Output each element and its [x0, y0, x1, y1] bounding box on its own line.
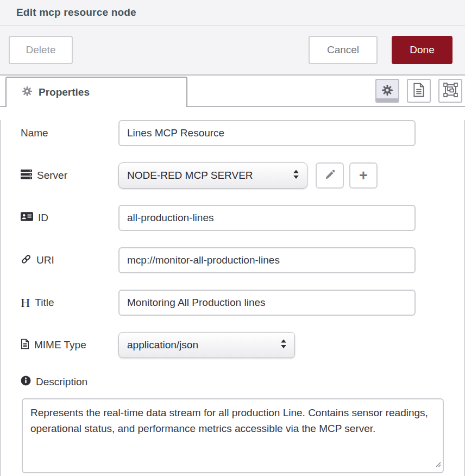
name-row: Name — [21, 120, 464, 146]
heading-icon: H — [21, 296, 30, 309]
title-row: H Title — [21, 290, 464, 316]
select-arrows-icon — [280, 339, 287, 352]
server-select[interactable]: NODE-RED MCP SERVER — [118, 162, 307, 189]
mime-type-label-group: MIME Type — [21, 339, 118, 352]
gear-icon — [381, 84, 393, 98]
cancel-button[interactable]: Cancel — [309, 36, 378, 64]
description-field-wrap: Represents the real-time data stream for… — [22, 398, 444, 473]
properties-form: Name Server NODE-RED — [0, 120, 465, 476]
object-group-icon — [443, 83, 458, 99]
add-server-button[interactable]: + — [349, 162, 378, 189]
id-card-icon — [21, 212, 33, 224]
info-icon — [21, 375, 31, 389]
name-label: Name — [21, 127, 48, 139]
server-select-value: NODE-RED MCP SERVER — [127, 170, 253, 181]
server-label-group: Server — [21, 170, 118, 182]
dialog-button-bar: Delete Cancel Done — [0, 26, 465, 76]
server-label: Server — [37, 170, 67, 181]
tab-icon-buttons — [375, 79, 462, 103]
edit-node-dialog: Edit mcp resource node Delete Cancel Don… — [0, 0, 465, 476]
uri-label: URI — [36, 254, 54, 266]
name-label-group: Name — [21, 127, 118, 139]
title-input[interactable] — [118, 290, 416, 316]
title-label: Title — [35, 297, 54, 309]
uri-label-group: URI — [21, 254, 118, 267]
uri-row: URI — [21, 247, 464, 273]
id-input[interactable] — [118, 205, 416, 231]
server-row: Server NODE-RED MCP SERVER — [21, 162, 464, 189]
done-button[interactable]: Done — [392, 36, 453, 64]
document-icon — [413, 83, 425, 99]
tab-button-properties[interactable] — [375, 79, 399, 103]
link-icon — [21, 254, 32, 267]
mime-type-row: MIME Type application/json — [21, 332, 464, 358]
mime-type-select[interactable]: application/json — [118, 332, 295, 358]
description-label: Description — [36, 376, 87, 388]
plus-icon: + — [359, 168, 368, 183]
mime-type-select-value: application/json — [127, 339, 198, 351]
id-row: ID — [21, 205, 464, 231]
title-label-group: H Title — [21, 296, 118, 309]
id-label-group: ID — [21, 212, 118, 224]
description-textarea[interactable]: Represents the real-time data stream for… — [22, 398, 444, 473]
delete-button[interactable]: Delete — [9, 36, 73, 64]
mime-type-label: MIME Type — [34, 339, 86, 351]
description-label-group: Description — [21, 375, 464, 389]
dialog-title: Edit mcp resource node — [16, 7, 136, 18]
tab-properties[interactable]: Properties — [5, 77, 187, 107]
edit-server-button[interactable] — [316, 162, 344, 189]
name-input[interactable] — [118, 120, 416, 146]
gear-icon — [22, 86, 33, 99]
dialog-actions: Cancel Done — [309, 36, 453, 64]
select-arrows-icon — [292, 170, 300, 182]
server-icon — [21, 170, 32, 182]
tab-properties-label: Properties — [39, 86, 90, 98]
tab-button-appearance[interactable] — [438, 79, 462, 103]
tab-button-description[interactable] — [407, 79, 431, 103]
uri-input[interactable] — [118, 247, 416, 273]
dialog-header: Edit mcp resource node — [0, 0, 465, 26]
pencil-icon — [324, 169, 336, 182]
tab-row: Properties — [0, 76, 465, 107]
id-label: ID — [38, 212, 48, 224]
file-icon — [21, 339, 29, 352]
